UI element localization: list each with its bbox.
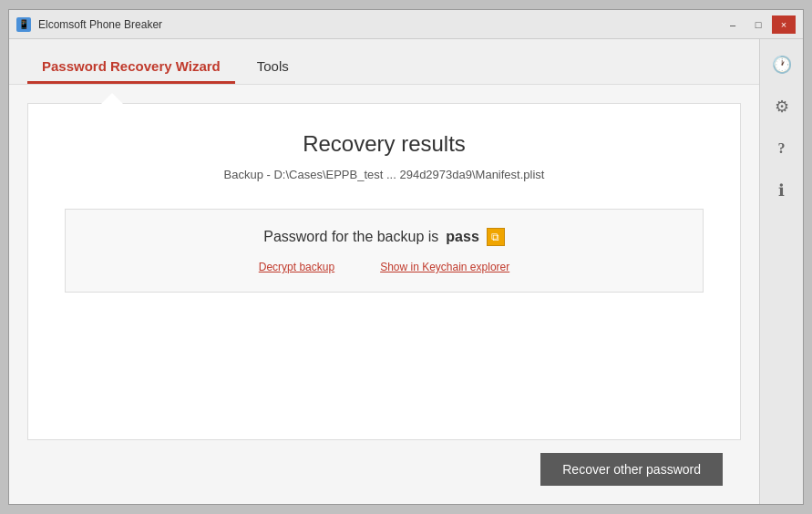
minimize-button[interactable]: – — [721, 15, 745, 34]
decrypt-backup-link[interactable]: Decrypt backup — [259, 261, 334, 273]
sidebar-right: 🕐 ⚙ ? ℹ — [759, 39, 803, 504]
info-icon[interactable]: ℹ — [769, 178, 795, 203]
recover-other-button[interactable]: Recover other password — [540, 453, 723, 486]
password-box: Password for the backup is pass Decrypt … — [65, 209, 704, 293]
password-value: pass — [446, 229, 478, 245]
window-body: Password Recovery Wizard Tools Recovery … — [9, 39, 803, 504]
password-prefix: Password for the backup is — [263, 229, 438, 245]
title-bar-left: 📱 Elcomsoft Phone Breaker — [16, 17, 162, 32]
help-icon[interactable]: ? — [769, 136, 795, 161]
close-button[interactable]: × — [772, 15, 796, 34]
settings-icon[interactable]: ⚙ — [769, 94, 795, 119]
main-window: 📱 Elcomsoft Phone Breaker – □ × Password… — [8, 9, 804, 505]
main-area: Password Recovery Wizard Tools Recovery … — [9, 39, 759, 504]
app-icon: 📱 — [16, 17, 31, 32]
action-links: Decrypt backup Show in Keychain explorer — [259, 261, 509, 273]
nav-item-tools[interactable]: Tools — [242, 51, 303, 84]
window-title: Elcomsoft Phone Breaker — [38, 18, 162, 31]
bottom-actions: Recover other password — [27, 440, 741, 486]
copy-icon[interactable] — [487, 228, 505, 246]
content-card: Recovery results Backup - D:\Cases\EPPB_… — [27, 103, 741, 440]
recovery-title: Recovery results — [46, 131, 722, 157]
password-result-text: Password for the backup is pass — [263, 228, 505, 246]
history-icon[interactable]: 🕐 — [769, 52, 795, 77]
title-bar: 📱 Elcomsoft Phone Breaker – □ × — [9, 10, 803, 39]
content-area: Recovery results Backup - D:\Cases\EPPB_… — [9, 85, 759, 504]
backup-path: Backup - D:\Cases\EPPB_test ... 294d2973… — [46, 168, 722, 181]
nav-item-wizard[interactable]: Password Recovery Wizard — [27, 51, 235, 84]
window-controls: – □ × — [721, 15, 796, 34]
nav-bar: Password Recovery Wizard Tools — [9, 39, 759, 85]
maximize-button[interactable]: □ — [746, 15, 770, 34]
show-keychain-link[interactable]: Show in Keychain explorer — [380, 261, 509, 273]
